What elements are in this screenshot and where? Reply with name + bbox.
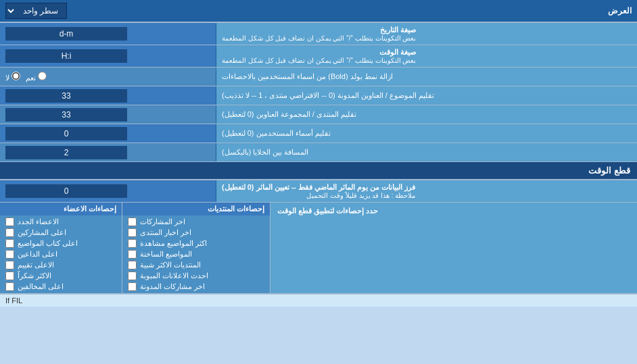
main-container: العرض سطر واحد صيغة التاريخ بعض التكوينا… bbox=[0, 0, 637, 307]
time-format-input[interactable] bbox=[5, 49, 127, 63]
member-checkbox-6[interactable] bbox=[5, 271, 14, 280]
date-format-row: صيغة التاريخ بعض التكوينات يتطلب "/" الت… bbox=[0, 23, 637, 45]
date-format-main-label: صيغة التاريخ bbox=[222, 26, 416, 34]
bold-remove-radio-cell: نعم لا bbox=[0, 68, 216, 86]
date-format-label: صيغة التاريخ بعض التكوينات يتطلب "/" الت… bbox=[216, 23, 637, 45]
usernames-trim-label: تقليم أسماء المستخدمين (0 لتعطيل) bbox=[216, 124, 637, 142]
topics-titles-input[interactable] bbox=[5, 89, 127, 103]
apply-label: حدد إحصاءات لتطبيق قطع الوقت bbox=[277, 207, 378, 215]
forum-stats-header: إحصاءات المنتديات bbox=[122, 203, 270, 215]
date-format-input-cell bbox=[0, 23, 216, 45]
radio-no-label: لا bbox=[5, 72, 20, 82]
forum-cb-7: اخر مشاركات المدونة bbox=[128, 282, 264, 291]
cell-spacing-input[interactable] bbox=[5, 146, 127, 159]
forum-cb-5: المنتديات الاكثر شبية bbox=[128, 261, 264, 269]
bold-radio-group: نعم لا bbox=[5, 72, 47, 82]
time-format-input-cell bbox=[0, 45, 216, 67]
cutoff-section-header: قطع الوقت bbox=[0, 162, 637, 180]
checkboxes-section: حدد إحصاءات لتطبيق قطع الوقت إحصاءات الم… bbox=[0, 203, 637, 294]
header-row: العرض سطر واحد bbox=[0, 0, 637, 23]
bottom-status-bar: If FIL bbox=[0, 294, 637, 307]
member-stats-header: إحصاءات الاعضاء bbox=[0, 203, 122, 215]
cutoff-note-label: ملاحظة : هذا قد يزيد قليلاً وقت التحميل bbox=[222, 192, 415, 199]
member-checkbox-5[interactable] bbox=[5, 261, 14, 269]
member-cb-3: اعلى كتاب المواضيع bbox=[5, 239, 116, 248]
bold-remove-row: ازالة نمط بولد (Bold) من اسماء المستخدمي… bbox=[0, 68, 637, 86]
forum-groups-row: تقليم المنتدى / المجموعة العناوين (0 لتع… bbox=[0, 105, 637, 124]
topics-titles-input-cell bbox=[0, 86, 216, 105]
date-format-sub-label: بعض التكوينات يتطلب "/" التي يمكن ان تضا… bbox=[222, 34, 416, 42]
cell-spacing-label: المسافة بين الخلايا (بالبكسل) bbox=[216, 143, 637, 161]
apply-label-cell: حدد إحصاءات لتطبيق قطع الوقت bbox=[270, 203, 637, 293]
forum-checkbox-1[interactable] bbox=[128, 217, 137, 226]
forum-cb-3: اكثر المواضيع مشاهدة bbox=[128, 239, 264, 248]
member-stats-col: إحصاءات الاعضاء الاعضاء الجدد اعلى المشا… bbox=[0, 203, 122, 293]
member-checkbox-4[interactable] bbox=[5, 250, 14, 259]
member-cb-2: اعلى المشاركين bbox=[5, 228, 116, 237]
forum-checkbox-2[interactable] bbox=[128, 228, 137, 237]
forum-cb-4: المواضيع الساخنة bbox=[128, 250, 264, 259]
member-cb-4: اعلى الداعين bbox=[5, 250, 116, 259]
cutoff-main-label: فرز البيانات من يوم الماثر الماضي فقط --… bbox=[222, 183, 415, 192]
member-stats-list: الاعضاء الجدد اعلى المشاركين اعلى كتاب ا… bbox=[0, 215, 122, 293]
time-format-label: صيغة الوقت بعض التكوينات يتطلب "/" التي … bbox=[216, 45, 637, 67]
header-title: العرض bbox=[608, 6, 632, 16]
member-checkbox-1[interactable] bbox=[5, 217, 14, 226]
forum-cb-6: احدث الاعلانات المبوبة bbox=[128, 271, 264, 280]
topics-titles-label: تقليم الموضوع / العناوين المدونة (0 -- ا… bbox=[216, 86, 637, 105]
radio-yes[interactable] bbox=[38, 72, 47, 80]
topics-titles-row: تقليم الموضوع / العناوين المدونة (0 -- ا… bbox=[0, 86, 637, 105]
member-cb-7: اعلى المخالفين bbox=[5, 282, 116, 291]
usernames-trim-row: تقليم أسماء المستخدمين (0 لتعطيل) bbox=[0, 124, 637, 143]
forum-stats-col: إحصاءات المنتديات اخر المشاركات اخر اخبا… bbox=[122, 203, 270, 293]
bold-remove-label: ازالة نمط بولد (Bold) من اسماء المستخدمي… bbox=[216, 68, 637, 86]
member-cb-1: الاعضاء الجدد bbox=[5, 217, 116, 226]
cutoff-input-cell bbox=[0, 180, 216, 202]
member-checkbox-7[interactable] bbox=[5, 282, 14, 291]
time-format-row: صيغة الوقت بعض التكوينات يتطلب "/" التي … bbox=[0, 45, 637, 68]
forum-cb-1: اخر المشاركات bbox=[128, 217, 264, 226]
cell-spacing-row: المسافة بين الخلايا (بالبكسل) bbox=[0, 143, 637, 162]
cutoff-input[interactable] bbox=[5, 184, 127, 198]
usernames-trim-input[interactable] bbox=[5, 127, 127, 140]
forum-groups-label: تقليم المنتدى / المجموعة العناوين (0 لتع… bbox=[216, 105, 637, 124]
radio-yes-label: نعم bbox=[26, 72, 47, 82]
member-cb-6: الاكثر شكراً bbox=[5, 271, 116, 280]
cell-spacing-input-cell bbox=[0, 143, 216, 161]
radio-no[interactable] bbox=[11, 72, 20, 80]
forum-groups-input[interactable] bbox=[5, 108, 127, 122]
member-checkbox-3[interactable] bbox=[5, 239, 14, 248]
forum-checkbox-3[interactable] bbox=[128, 239, 137, 248]
member-cb-5: الاعلى تقييم bbox=[5, 261, 116, 269]
cutoff-label: فرز البيانات من يوم الماثر الماضي فقط --… bbox=[216, 180, 637, 202]
time-format-main-label: صيغة الوقت bbox=[222, 48, 416, 57]
forum-cb-2: اخر اخبار المنتدى bbox=[128, 228, 264, 237]
forum-stats-list: اخر المشاركات اخر اخبار المنتدى اكثر الم… bbox=[122, 215, 270, 293]
usernames-trim-input-cell bbox=[0, 124, 216, 142]
display-dropdown[interactable]: سطر واحد bbox=[5, 3, 67, 19]
bottom-text: If FIL bbox=[5, 296, 22, 305]
member-checkbox-2[interactable] bbox=[5, 228, 14, 237]
forum-checkbox-5[interactable] bbox=[128, 261, 137, 269]
forum-checkbox-6[interactable] bbox=[128, 271, 137, 280]
forum-checkbox-4[interactable] bbox=[128, 250, 137, 259]
cutoff-row: فرز البيانات من يوم الماثر الماضي فقط --… bbox=[0, 180, 637, 203]
forum-groups-input-cell bbox=[0, 105, 216, 124]
time-format-sub-label: بعض التكوينات يتطلب "/" التي يمكن ان تضا… bbox=[222, 57, 416, 64]
forum-checkbox-7[interactable] bbox=[128, 282, 137, 291]
date-format-input[interactable] bbox=[5, 27, 127, 41]
